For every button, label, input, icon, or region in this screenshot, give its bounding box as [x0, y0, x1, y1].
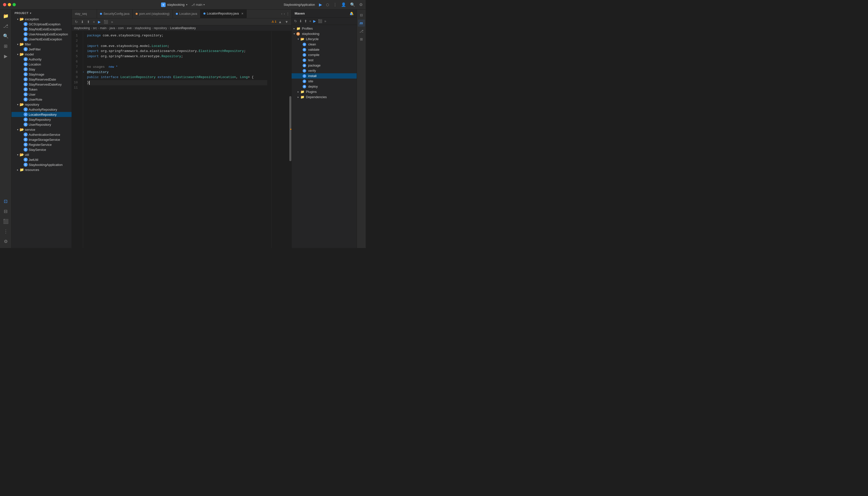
tree-file-imagestorageservice[interactable]: C ImageStorageService	[12, 137, 72, 142]
more-tabs-icon[interactable]: ⋮	[286, 12, 289, 16]
tree-file-gcsuploaderexception[interactable]: C GCSUploadException	[12, 21, 72, 27]
activity-git-icon[interactable]: ⎇	[1, 21, 10, 31]
maven-dependencies-item[interactable]: ▸ 📁 Dependencies	[292, 94, 357, 100]
settings-icon[interactable]: ⚙	[359, 2, 363, 7]
more-icon[interactable]: ⋮	[333, 2, 337, 7]
breadcrumb-staybooking[interactable]: staybooking	[74, 26, 90, 30]
maven-more-icon[interactable]: »	[324, 19, 327, 24]
close-button[interactable]	[3, 3, 6, 6]
maximize-button[interactable]	[13, 3, 16, 6]
tab-location-repo[interactable]: LocationRepository.java ×	[200, 10, 247, 18]
activity-active-icon[interactable]: ⊡	[1, 197, 10, 206]
maven-lifecycle-item[interactable]: ▾ 📂 Lifecycle	[292, 36, 357, 42]
sidebar-dropdown-icon[interactable]: ▾	[30, 12, 31, 15]
tree-folder-repository[interactable]: ▾ 📂 repository	[12, 102, 72, 107]
tree-folder-resources[interactable]: ▸ 📁 resources	[12, 167, 72, 172]
minimize-button[interactable]	[8, 3, 11, 6]
right-icon-structure[interactable]: ⊞	[358, 36, 365, 43]
toolbar-add-icon[interactable]: +	[92, 19, 96, 24]
tree-file-stayservice[interactable]: C StayService	[12, 147, 72, 152]
right-icon-database[interactable]: ⊟	[358, 12, 365, 19]
maven-staybooking-item[interactable]: ▾ m staybooking	[292, 31, 357, 36]
right-icon-git[interactable]: ⎇	[358, 28, 365, 35]
code-area[interactable]: package com.eve.staybooking.repository; …	[83, 31, 271, 248]
activity-problems-icon[interactable]: ⊟	[1, 207, 10, 216]
right-icon-maven[interactable]: m	[358, 19, 365, 27]
maven-verify-item[interactable]: v verify	[292, 68, 357, 73]
tree-folder-exception[interactable]: ▾ 📂 exception	[12, 17, 72, 21]
tree-file-stayrepository[interactable]: C StayRepository	[12, 117, 72, 122]
maven-validate-item[interactable]: v validate	[292, 47, 357, 52]
search-icon[interactable]: 🔍	[350, 2, 355, 7]
tree-file-authority[interactable]: C Authority	[12, 57, 72, 62]
editor-content[interactable]: 1 2 3 4 5 6 7 8 9 10 11 package com.eve.…	[72, 31, 291, 248]
tab-pom-xml[interactable]: pom.xml (staybooking)	[133, 10, 173, 18]
dropdown-arrow-icon[interactable]: ▾	[186, 3, 187, 6]
maven-run-icon[interactable]: ▶	[313, 19, 317, 24]
tree-file-useralreadyexistexception[interactable]: C UserAlreadyExistException	[12, 32, 72, 37]
tab-security-config[interactable]: SecurityConfig.java	[97, 10, 133, 18]
tree-folder-model[interactable]: ▾ 📂 model	[12, 52, 72, 57]
tree-folder-service[interactable]: ▾ 📂 service	[12, 127, 72, 132]
activity-run-icon[interactable]: ▶	[1, 52, 10, 61]
tab-location-java[interactable]: Location.java	[173, 10, 200, 18]
tree-file-authorityrepository[interactable]: I AuthorityRepository	[12, 107, 72, 112]
toolbar-refresh-icon[interactable]: ↻	[74, 19, 79, 24]
tree-file-usernotexistexception[interactable]: C UserNotExistException	[12, 37, 72, 42]
tree-file-stay[interactable]: C Stay	[12, 67, 72, 72]
toolbar-upload-icon[interactable]: ⬆	[86, 19, 91, 24]
maven-plugins-item[interactable]: ▸ 📁 Plugins	[292, 89, 357, 94]
maven-add-icon[interactable]: +	[309, 19, 312, 24]
activity-files-icon[interactable]: 📁	[1, 12, 10, 20]
tree-file-jwtfilter[interactable]: C JwtFilter	[12, 47, 72, 52]
maven-profiles-item[interactable]: ▸ 📁 Profiles	[292, 26, 357, 31]
tab-scroll-right-icon[interactable]: ›	[284, 12, 285, 16]
tree-folder-filter[interactable]: ▾ 📂 filter	[12, 42, 72, 47]
maven-deploy-item[interactable]: d deploy	[292, 84, 357, 89]
maven-download-icon[interactable]: ⬇	[299, 19, 303, 24]
tree-file-stayreserveddate[interactable]: C StayReservedDate	[12, 77, 72, 82]
debug-icon[interactable]: ⬡	[326, 3, 329, 7]
tab-close-icon[interactable]: ×	[241, 12, 243, 16]
toolbar-stop-icon[interactable]: ⬛	[103, 19, 109, 24]
breadcrumb-com[interactable]: com	[118, 26, 124, 30]
branch-arrow[interactable]: ▾	[203, 3, 205, 6]
tree-file-userrole[interactable]: C UserRole	[12, 97, 72, 102]
tree-file-jwtutil[interactable]: C JwtUtil	[12, 157, 72, 162]
tab-scroll-left-icon[interactable]: ‹	[281, 12, 282, 16]
activity-more-icon[interactable]: ⋮	[1, 227, 10, 236]
breadcrumb-repository[interactable]: repository	[154, 26, 167, 30]
toolbar-download-icon[interactable]: ⬇	[80, 19, 85, 24]
maven-stop-icon[interactable]: ⬛	[318, 19, 323, 24]
breadcrumb-eve[interactable]: eve	[127, 26, 132, 30]
tree-file-authservice[interactable]: C AuthenticationService	[12, 132, 72, 137]
toolbar-run-icon[interactable]: ▶	[97, 19, 102, 24]
maven-site-item[interactable]: s site	[292, 79, 357, 84]
maven-package-item[interactable]: p package	[292, 63, 357, 68]
maven-compile-item[interactable]: c compile	[292, 52, 357, 58]
tree-file-locationrepository[interactable]: I LocationRepository	[12, 112, 72, 117]
tree-folder-util[interactable]: ▾ 📂 util	[12, 152, 72, 157]
branch-name[interactable]: main	[196, 3, 202, 6]
activity-settings2-icon[interactable]: ⚙	[1, 237, 10, 246]
toolbar-nav-down-icon[interactable]: ▼	[284, 19, 289, 24]
tree-file-location[interactable]: C Location	[12, 62, 72, 67]
gutter-run-icon[interactable]: ▶	[83, 70, 84, 75]
toolbar-nav-up-icon[interactable]: ▲	[277, 19, 283, 24]
tab-stay-seq[interactable]: stay_seq	[72, 10, 97, 18]
maven-refresh-icon[interactable]: ↻	[294, 19, 298, 24]
maven-clean-item[interactable]: c clean	[292, 42, 357, 47]
activity-extensions-icon[interactable]: ⊞	[1, 42, 10, 51]
maven-test-item[interactable]: t test	[292, 58, 357, 63]
tree-file-registerservice[interactable]: C RegisterService	[12, 142, 72, 147]
tree-file-stayimage[interactable]: C StayImage	[12, 72, 72, 77]
tree-file-user[interactable]: C User	[12, 92, 72, 97]
app-name[interactable]: staybooking	[167, 3, 184, 6]
breadcrumb-main[interactable]: main	[100, 26, 106, 30]
breadcrumb-locationrepository[interactable]: LocationRepository	[170, 26, 196, 30]
breadcrumb-java[interactable]: java	[109, 26, 115, 30]
run-icon[interactable]: ▶	[319, 2, 322, 7]
tree-file-stayreserveddatekey[interactable]: C StayReservedDateKey	[12, 82, 72, 87]
tree-file-staybookingapp[interactable]: C StaybookingApplication	[12, 162, 72, 167]
maven-install-item[interactable]: i install	[292, 73, 357, 79]
